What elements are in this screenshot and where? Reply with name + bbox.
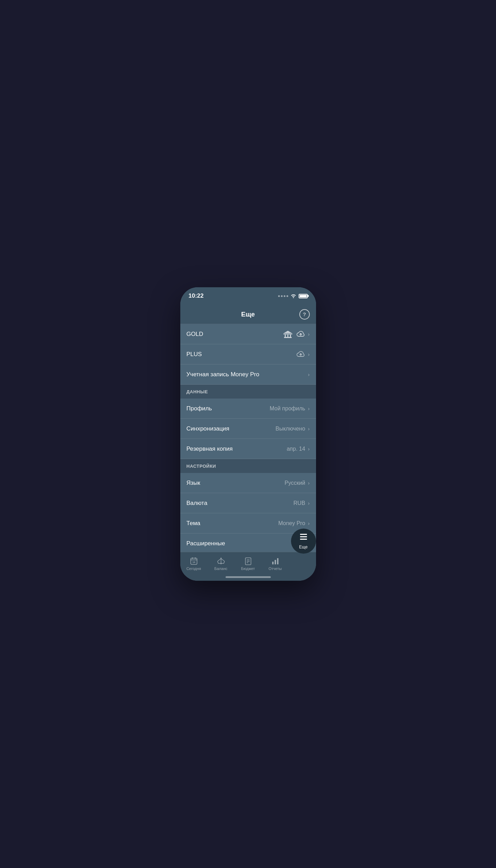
section-header-settings: НАСТРОЙКИ (180, 459, 316, 473)
svg-rect-25 (300, 539, 307, 540)
menu-label-profile: Профиль (187, 405, 212, 412)
svg-rect-1 (283, 333, 292, 335)
tab-reports[interactable]: Отчеты (262, 555, 289, 571)
menu-label-sync: Синхронизация (187, 425, 229, 432)
wifi-icon (290, 293, 297, 299)
tab-icon-budget (244, 556, 252, 565)
chevron-language: › (308, 480, 310, 486)
tab-balance[interactable]: Баланс (207, 555, 235, 571)
tab-label-reports: Отчеты (268, 566, 282, 571)
chevron-sync: › (308, 426, 310, 432)
section-header-data: ДАННЫЕ (180, 385, 316, 399)
tab-label-more: Еще (299, 545, 307, 549)
menu-right-profile: Мой профиль › (270, 405, 310, 412)
menu-label-gold: GOLD (187, 331, 203, 338)
tab-icon-today: 14 (190, 556, 198, 565)
menu-item-language[interactable]: Язык Русский › (180, 473, 316, 493)
svg-rect-3 (287, 335, 288, 337)
svg-rect-20 (272, 562, 274, 564)
section-title-settings: НАСТРОЙКИ (187, 464, 216, 469)
menu-item-theme[interactable]: Тема Money Pro › (180, 513, 316, 533)
svg-rect-4 (290, 335, 291, 337)
menu-item-account[interactable]: Учетная запись Money Pro › (180, 364, 316, 385)
page-title: Еще (241, 311, 255, 318)
tab-icon-balance (216, 556, 226, 565)
status-bar: 10:22 (180, 287, 316, 305)
active-more-circle: Еще (291, 529, 316, 554)
menu-right-sync: Выключено › (276, 426, 310, 432)
chevron-account: › (308, 372, 310, 377)
cloud-sync-icon-plus (296, 350, 305, 359)
menu-label-account: Учетная запись Money Pro (187, 371, 259, 378)
help-button[interactable]: ? (299, 309, 310, 320)
svg-text:14: 14 (192, 561, 195, 563)
svg-line-12 (218, 561, 218, 563)
tab-label-balance: Баланс (214, 566, 227, 571)
menu-label-backup: Резервная копия (187, 445, 233, 452)
menu-label-language: Язык (187, 480, 200, 487)
svg-line-13 (221, 558, 225, 561)
tab-icon-more (299, 533, 308, 544)
menu-item-backup[interactable]: Резервная копия апр. 14 › (180, 439, 316, 459)
menu-item-currency[interactable]: Валюта RUB › (180, 493, 316, 513)
nav-header: Еще ? (180, 305, 316, 324)
menu-item-profile[interactable]: Профиль Мой профиль › (180, 399, 316, 419)
svg-rect-21 (275, 560, 276, 564)
svg-line-14 (224, 561, 225, 563)
svg-rect-0 (284, 337, 292, 338)
chevron-profile: › (308, 406, 310, 411)
menu-value-language: Русский (284, 480, 305, 486)
svg-line-11 (218, 558, 221, 561)
menu-label-advanced: Расширенные (187, 540, 225, 547)
tab-label-today: Сегодня (186, 566, 201, 571)
svg-rect-24 (300, 536, 307, 537)
chevron-currency: › (308, 500, 310, 506)
content-area: GOLD (180, 324, 316, 552)
menu-label-theme: Тема (187, 520, 200, 527)
menu-right-backup: апр. 14 › (287, 446, 310, 452)
svg-rect-2 (285, 335, 286, 337)
menu-item-plus[interactable]: PLUS › (180, 344, 316, 364)
gold-icons (283, 330, 305, 338)
phone-frame: 10:22 Еще ? GOLD (180, 287, 316, 581)
section-title-data: ДАННЫЕ (187, 389, 208, 394)
menu-value-sync: Выключено (276, 426, 305, 432)
tab-today[interactable]: 14 Сегодня (180, 555, 207, 571)
tab-budget[interactable]: Бюджет (235, 555, 262, 571)
signal-icon (278, 295, 288, 297)
menu-right-gold: › (283, 330, 310, 338)
chevron-gold: › (308, 331, 310, 337)
cloud-sync-icon-gold (296, 330, 305, 338)
menu-right-plus: › (296, 350, 310, 359)
status-icons (278, 293, 308, 299)
menu-item-gold[interactable]: GOLD (180, 324, 316, 344)
menu-value-currency: RUB (293, 500, 305, 506)
bank-icon (283, 330, 293, 338)
menu-right-account: › (308, 372, 310, 377)
battery-icon (299, 294, 308, 298)
svg-rect-22 (277, 558, 278, 564)
menu-label-plus: PLUS (187, 351, 202, 358)
chevron-plus: › (308, 352, 310, 357)
menu-right-currency: RUB › (293, 500, 309, 506)
chevron-theme: › (308, 521, 310, 526)
tab-icon-reports (271, 556, 279, 565)
menu-value-backup: апр. 14 (287, 446, 305, 452)
menu-value-theme: Money Pro (278, 520, 305, 527)
svg-rect-23 (300, 534, 307, 535)
menu-right-theme: Money Pro › (278, 520, 309, 527)
menu-right-language: Русский › (284, 480, 309, 486)
menu-item-sync[interactable]: Синхронизация Выключено › (180, 419, 316, 439)
chevron-backup: › (308, 446, 310, 452)
home-indicator (226, 576, 271, 578)
tab-label-budget: Бюджет (241, 566, 255, 571)
menu-value-profile: Мой профиль (270, 405, 305, 412)
menu-label-currency: Валюта (187, 500, 207, 507)
status-time: 10:22 (189, 292, 204, 299)
